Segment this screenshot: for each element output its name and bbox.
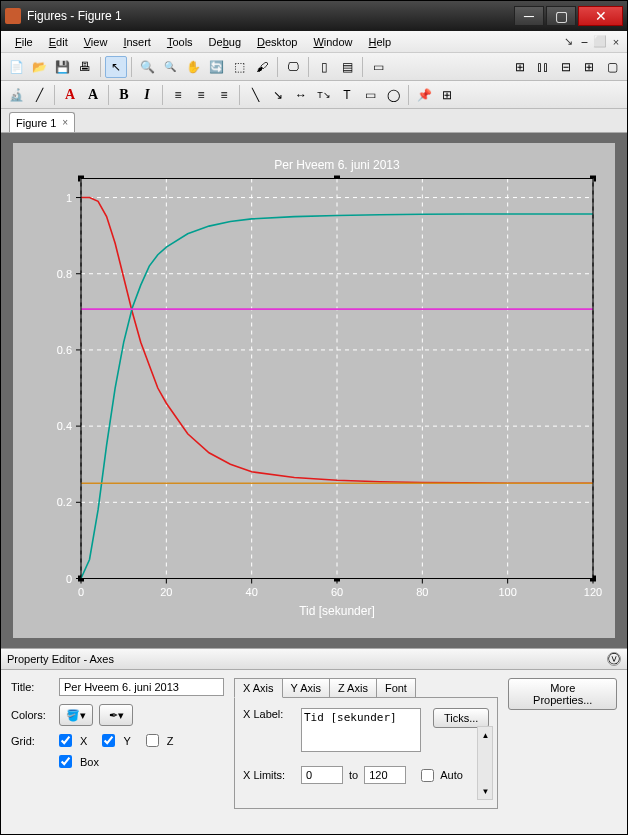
align-left-button[interactable]: ≡	[167, 84, 189, 106]
open-button[interactable]: 📂	[28, 56, 50, 78]
title-input[interactable]	[59, 678, 224, 696]
property-editor-header: Property Editor - Axes ⓥ	[1, 648, 627, 670]
layout-2x2-button[interactable]: ⊞	[578, 56, 600, 78]
menu-edit[interactable]: Edit	[41, 34, 76, 50]
more-properties-button[interactable]: More Properties...	[508, 678, 617, 710]
box-checkbox[interactable]	[59, 755, 72, 768]
brush-button[interactable]: 🖌	[251, 56, 273, 78]
face-color-button[interactable]: 🪣▾	[59, 704, 93, 726]
menu-debug[interactable]: Debug	[201, 34, 249, 50]
tab-z-axis[interactable]: Z Axis	[329, 678, 377, 698]
rotate-3d-button[interactable]: 🔄	[205, 56, 227, 78]
maximize-button[interactable]: ▢	[546, 6, 576, 26]
line-anno-button[interactable]: ╲	[244, 84, 266, 106]
layout-custom-button[interactable]: ▢	[601, 56, 623, 78]
ellipse-button[interactable]: ◯	[382, 84, 404, 106]
minimize-button[interactable]: ─	[514, 6, 544, 26]
scroll-down-icon[interactable]: ▼	[478, 783, 492, 799]
bold-button[interactable]: B	[113, 84, 135, 106]
layout-1x2-button[interactable]: ⫿⫿	[532, 56, 554, 78]
tab-figure-1[interactable]: Figure 1 ×	[9, 112, 75, 132]
rectangle-button[interactable]: ▭	[359, 84, 381, 106]
layout-2x1-button[interactable]: ⊟	[555, 56, 577, 78]
property-editor-title: Property Editor - Axes	[7, 653, 607, 665]
font-color-button[interactable]: A	[59, 84, 81, 106]
svg-text:0.6: 0.6	[57, 344, 72, 356]
hide-plot-tools-button[interactable]: ▭	[367, 56, 389, 78]
ticks-button[interactable]: Ticks...	[433, 708, 489, 728]
print-button[interactable]: 🖶	[74, 56, 96, 78]
menu-insert[interactable]: Insert	[115, 34, 159, 50]
menu-file[interactable]: File	[7, 34, 41, 50]
mdi-close-icon[interactable]: ×	[609, 35, 623, 49]
window-title: Figures - Figure 1	[27, 9, 512, 23]
auto-checkbox[interactable]	[421, 769, 434, 782]
color-picker-button[interactable]: 🔬	[5, 84, 27, 106]
menu-tools[interactable]: Tools	[159, 34, 201, 50]
align-dist-button[interactable]: ⊞	[436, 84, 458, 106]
figure-tab-bar: Figure 1 ×	[1, 109, 627, 133]
save-button[interactable]: 💾	[51, 56, 73, 78]
collapse-button[interactable]: ⓥ	[607, 652, 621, 666]
mdi-minimize-icon[interactable]: ‒	[577, 35, 591, 49]
xlabel-input[interactable]	[301, 708, 421, 752]
layout-1x1-button[interactable]: ⊞	[509, 56, 531, 78]
chart-svg: 02040608010012000.20.40.60.81Per Hveem 6…	[13, 143, 615, 638]
svg-text:0.4: 0.4	[57, 420, 72, 432]
mdi-dock-icon[interactable]: ↘	[561, 35, 575, 49]
line-tool-button[interactable]: ╱	[28, 84, 50, 106]
text-arrow-button[interactable]: T↘	[313, 84, 335, 106]
panel-scrollbar[interactable]: ▲ ▼	[477, 726, 493, 800]
to-label: to	[349, 769, 358, 781]
edge-color-button[interactable]: ✒▾	[99, 704, 133, 726]
insert-legend-button[interactable]: ▤	[336, 56, 358, 78]
tab-x-axis[interactable]: X Axis	[234, 678, 283, 698]
xlimits-from-input[interactable]	[301, 766, 343, 784]
grid-y-label: Y	[123, 735, 130, 747]
property-editor-pane: Title: Colors: 🪣▾ ✒▾ Grid: X Y Z Box X A	[1, 670, 627, 834]
data-cursor-button[interactable]: ⬚	[228, 56, 250, 78]
axes[interactable]: 02040608010012000.20.40.60.81Per Hveem 6…	[13, 143, 615, 638]
grid-x-checkbox[interactable]	[59, 734, 72, 747]
xlimits-to-input[interactable]	[364, 766, 406, 784]
align-center-button[interactable]: ≡	[190, 84, 212, 106]
menu-view[interactable]: View	[76, 34, 116, 50]
toolbar-annotate: 🔬 ╱ A A B I ≡ ≡ ≡ ╲ ↘ ↔ T↘ T ▭ ◯ 📌 ⊞	[1, 81, 627, 109]
mdi-restore-icon[interactable]: ⬜	[593, 35, 607, 49]
figure-area: 02040608010012000.20.40.60.81Per Hveem 6…	[1, 133, 627, 648]
align-right-button[interactable]: ≡	[213, 84, 235, 106]
arrow-anno-button[interactable]: ↘	[267, 84, 289, 106]
grid-y-checkbox[interactable]	[102, 734, 115, 747]
svg-text:0.2: 0.2	[57, 496, 72, 508]
toolbar-main: 📄 📂 💾 🖶 ↖ 🔍 🔍 ✋ 🔄 ⬚ 🖌 🖵 ▯ ▤ ▭ ⊞ ⫿⫿ ⊟ ⊞ ▢	[1, 53, 627, 81]
tab-font[interactable]: Font	[376, 678, 416, 698]
menu-window[interactable]: Window	[305, 34, 360, 50]
auto-label: Auto	[440, 769, 463, 781]
svg-text:0.8: 0.8	[57, 268, 72, 280]
pan-button[interactable]: ✋	[182, 56, 204, 78]
pin-button[interactable]: 📌	[413, 84, 435, 106]
link-plot-button[interactable]: 🖵	[282, 56, 304, 78]
textbox-button[interactable]: T	[336, 84, 358, 106]
zoom-in-button[interactable]: 🔍	[136, 56, 158, 78]
svg-text:120: 120	[584, 586, 602, 598]
italic-button[interactable]: I	[136, 84, 158, 106]
menu-desktop[interactable]: Desktop	[249, 34, 305, 50]
titlebar: Figures - Figure 1 ─ ▢ ✕	[1, 1, 627, 31]
edit-plot-button[interactable]: ↖	[105, 56, 127, 78]
tab-close-icon[interactable]: ×	[62, 117, 68, 128]
tab-y-axis[interactable]: Y Axis	[282, 678, 330, 698]
box-label: Box	[80, 756, 99, 768]
menu-help[interactable]: Help	[361, 34, 400, 50]
xlimits-label: X Limits:	[243, 769, 295, 781]
double-arrow-button[interactable]: ↔	[290, 84, 312, 106]
svg-text:0: 0	[66, 573, 72, 585]
scroll-up-icon[interactable]: ▲	[478, 727, 492, 743]
svg-text:Per Hveem 6. juni 2013: Per Hveem 6. juni 2013	[274, 158, 400, 172]
close-button[interactable]: ✕	[578, 6, 623, 26]
grid-z-checkbox[interactable]	[146, 734, 159, 747]
insert-colorbar-button[interactable]: ▯	[313, 56, 335, 78]
zoom-out-button[interactable]: 🔍	[159, 56, 181, 78]
new-figure-button[interactable]: 📄	[5, 56, 27, 78]
font-button[interactable]: A	[82, 84, 104, 106]
